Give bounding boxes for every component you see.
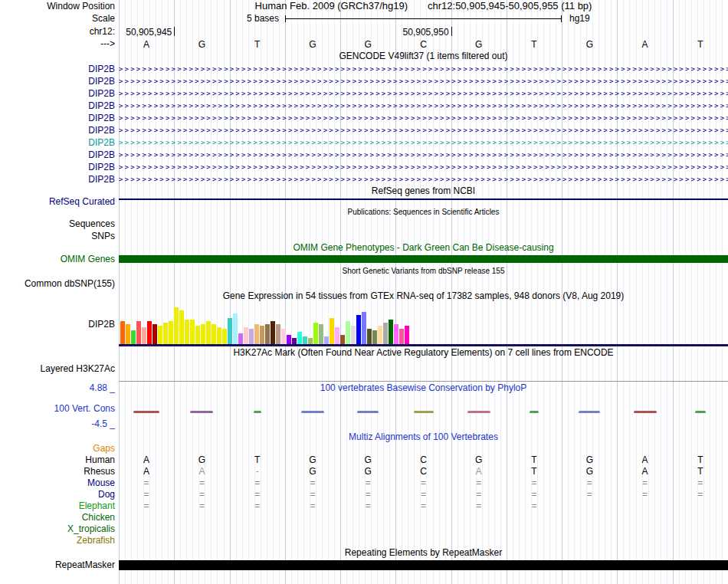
gtex-bar[interactable] [254, 324, 259, 344]
alignment-glyph-row[interactable]: =========== [119, 489, 728, 500]
alignment-glyph-row[interactable] [119, 443, 728, 454]
species-label[interactable]: Rhesus [0, 466, 119, 477]
gencode-item-label[interactable]: DIP2B [0, 161, 119, 173]
gencode-item-label[interactable]: DIP2B [0, 87, 119, 100]
gencode-item-label[interactable]: DIP2B [0, 63, 119, 75]
h3k27ac-label[interactable]: Layered H3K27Ac [0, 359, 119, 382]
gtex-bar[interactable] [244, 327, 248, 344]
gtex-bar[interactable] [169, 321, 173, 344]
gtex-bar[interactable] [163, 323, 168, 344]
gtex-bar[interactable] [228, 318, 232, 344]
gtex-bar[interactable] [351, 326, 356, 344]
gtex-bar[interactable] [174, 307, 179, 344]
gtex-bar[interactable] [287, 335, 291, 344]
gtex-bar[interactable] [147, 321, 152, 344]
gtex-chart-content[interactable] [119, 302, 728, 346]
alignment-glyph-row[interactable]: AA-GGCATGAT [119, 466, 728, 477]
gtex-bar[interactable] [271, 321, 275, 344]
gtex-bar[interactable] [249, 329, 254, 344]
gtex-bar[interactable] [120, 321, 125, 344]
gtex-bar[interactable] [265, 324, 270, 344]
species-label[interactable]: Zebrafish [0, 535, 119, 546]
species-label[interactable]: Mouse [0, 477, 119, 489]
alignment-glyph-row[interactable]: =========== [119, 477, 728, 489]
gtex-bar[interactable] [131, 330, 136, 344]
repeatmasker-label[interactable]: RepeatMasker [0, 559, 119, 572]
gtex-bar[interactable] [195, 326, 200, 344]
gtex-bar[interactable] [222, 329, 227, 344]
refseq-curated-line[interactable] [119, 198, 728, 200]
gencode-item-label[interactable]: DIP2B [0, 136, 119, 149]
gencode-transcript-arrows[interactable]: >>>>>>>>>>>>>>>>>>>>>>>>>>>>>>>>>>>>>>>>… [119, 75, 728, 87]
species-label[interactable]: Gaps [0, 443, 119, 454]
gencode-transcript-arrows[interactable]: >>>>>>>>>>>>>>>>>>>>>>>>>>>>>>>>>>>>>>>>… [119, 149, 728, 161]
alignment-glyph-row[interactable] [119, 535, 728, 546]
gtex-bar[interactable] [308, 338, 313, 344]
alignment-glyph-row[interactable]: AGTGGCGTGAT [119, 454, 728, 466]
gtex-bar[interactable] [362, 312, 366, 344]
gencode-item-label[interactable]: DIP2B [0, 124, 119, 136]
gtex-bar[interactable] [142, 327, 146, 344]
gtex-bar[interactable] [405, 326, 409, 344]
gtex-bar[interactable] [179, 310, 184, 344]
species-label[interactable]: Dog [0, 489, 119, 500]
gtex-bar[interactable] [233, 313, 238, 344]
gtex-bar[interactable] [303, 336, 307, 344]
gtex-bar[interactable] [389, 320, 393, 344]
gtex-bar[interactable] [292, 338, 297, 344]
gencode-item-label[interactable]: DIP2B [0, 75, 119, 87]
omim-gene-bar[interactable] [119, 255, 728, 263]
repeatmasker-content[interactable] [119, 559, 728, 572]
gencode-transcript-arrows[interactable]: >>>>>>>>>>>>>>>>>>>>>>>>>>>>>>>>>>>>>>>>… [119, 161, 728, 173]
sequences-label[interactable]: Sequences [0, 218, 119, 230]
gtex-bar[interactable] [136, 321, 141, 344]
repeatmasker-bar[interactable] [119, 560, 728, 570]
gtex-bar[interactable] [319, 324, 323, 344]
gtex-gene-label[interactable]: DIP2B [0, 302, 119, 346]
gencode-transcript-arrows[interactable]: >>>>>>>>>>>>>>>>>>>>>>>>>>>>>>>>>>>>>>>>… [119, 173, 728, 185]
omim-genes-label[interactable]: OMIM Genes [0, 253, 119, 265]
refseq-curated-label[interactable]: RefSeq Curated [0, 196, 119, 207]
gencode-item-label[interactable]: DIP2B [0, 112, 119, 124]
snps-label[interactable]: SNPs [0, 230, 119, 242]
gtex-bar[interactable] [346, 321, 350, 344]
gtex-bar[interactable] [367, 329, 372, 344]
gtex-bar[interactable] [394, 324, 398, 344]
gtex-bar[interactable] [340, 335, 345, 344]
gtex-bar[interactable] [383, 323, 388, 344]
gtex-bar[interactable] [185, 320, 189, 344]
conservation-track-label[interactable]: 100 Vert. Cons [54, 403, 115, 414]
dbsnp-label[interactable]: Common dbSNP(155) [0, 277, 119, 290]
gencode-item-label[interactable]: DIP2B [0, 173, 119, 185]
alignment-glyph-row[interactable]: ======== [119, 500, 728, 512]
gtex-bar[interactable] [356, 315, 361, 344]
gtex-bar[interactable] [206, 321, 211, 344]
species-label[interactable]: Human [0, 454, 119, 466]
species-label[interactable]: Elephant [0, 500, 119, 512]
gtex-bar[interactable] [152, 324, 157, 344]
gtex-bar[interactable] [313, 323, 318, 344]
omim-genes-content[interactable] [119, 253, 728, 265]
refseq-curated-content[interactable] [119, 196, 728, 207]
gtex-bar[interactable] [335, 327, 339, 344]
conservation-content[interactable] [119, 394, 728, 431]
gtex-bar[interactable] [324, 336, 329, 344]
gtex-bar[interactable] [330, 318, 334, 344]
gtex-bar[interactable] [276, 324, 280, 344]
gencode-item-label[interactable]: DIP2B [0, 100, 119, 112]
gtex-bar[interactable] [201, 324, 205, 344]
gtex-bar[interactable] [281, 329, 286, 344]
gtex-bar[interactable] [212, 324, 216, 344]
species-label[interactable]: Chicken [0, 512, 119, 523]
gencode-transcript-arrows[interactable]: >>>>>>>>>>>>>>>>>>>>>>>>>>>>>>>>>>>>>>>>… [119, 112, 728, 124]
gencode-transcript-arrows[interactable]: >>>>>>>>>>>>>>>>>>>>>>>>>>>>>>>>>>>>>>>>… [119, 124, 728, 136]
gencode-item-label[interactable]: DIP2B [0, 149, 119, 161]
gtex-bar[interactable] [372, 330, 377, 344]
gencode-transcript-arrows[interactable]: >>>>>>>>>>>>>>>>>>>>>>>>>>>>>>>>>>>>>>>>… [119, 63, 728, 75]
alignment-glyph-row[interactable] [119, 512, 728, 523]
gtex-bar[interactable] [399, 329, 404, 344]
gtex-bar[interactable] [238, 333, 243, 344]
gtex-bar[interactable] [217, 327, 221, 344]
gtex-bar[interactable] [126, 324, 130, 344]
gencode-transcript-arrows[interactable]: >>>>>>>>>>>>>>>>>>>>>>>>>>>>>>>>>>>>>>>>… [119, 136, 728, 149]
